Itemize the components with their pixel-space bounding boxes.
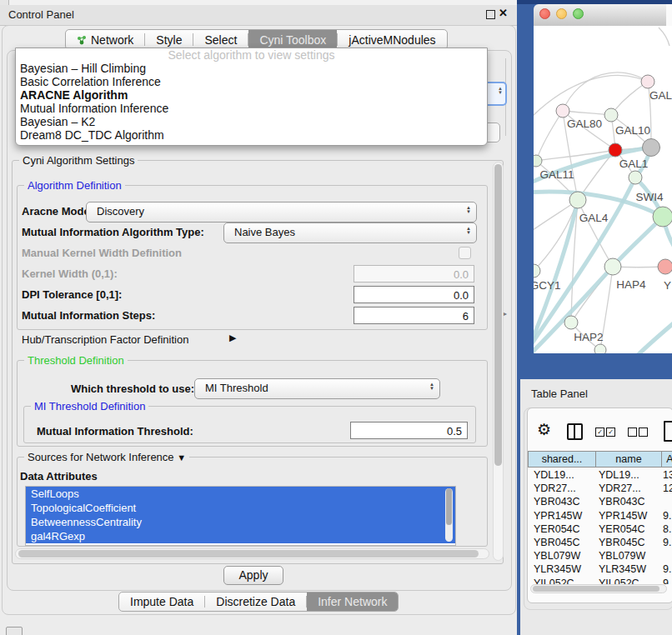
hidden-panel-button[interactable]	[6, 627, 23, 635]
tab-infer-network[interactable]: Infer Network	[307, 592, 398, 611]
minimize-traffic-light[interactable]	[556, 8, 567, 19]
settings-hscrollbar[interactable]	[15, 548, 489, 559]
table-cell: YBL079W	[534, 549, 580, 562]
table-tool-icon[interactable]	[664, 421, 672, 442]
network-node-gcy1[interactable]	[534, 264, 540, 278]
table-row[interactable]: YDR27...YDR27...12	[528, 482, 672, 495]
algorithm-option-bayesian-hill-climbing[interactable]: Bayesian – Hill Climbing	[16, 62, 487, 75]
attribute-item-topologicalcoefficient[interactable]: TopologicalCoefficient	[26, 501, 455, 515]
settings-scrollbar-thumb[interactable]	[494, 164, 502, 466]
network-window-titlebar[interactable]	[534, 4, 666, 27]
network-node-gal80[interactable]	[556, 104, 569, 118]
algorithm-option-bayesian-k2[interactable]: Bayesian – K2	[16, 115, 487, 128]
attribute-item-betweennesscentrality[interactable]: BetweennessCentrality	[26, 515, 455, 529]
unchecked-checkbox-icon[interactable]	[628, 428, 637, 437]
float-panel-icon[interactable]	[486, 10, 495, 19]
aracne-mode-combo[interactable]: Discovery ▲▼	[86, 202, 477, 222]
table-hscrollbar-thumb[interactable]	[533, 586, 659, 592]
tab-cyni-toolbox[interactable]: Cyni Toolbox	[248, 30, 337, 49]
network-node[interactable]	[653, 207, 672, 227]
table-cell: YPR145W	[534, 509, 582, 522]
node-label: GAL	[649, 89, 672, 102]
checked-checkbox-icon[interactable]: ✓	[595, 428, 604, 437]
network-node-swi4[interactable]	[629, 171, 642, 184]
close-traffic-light[interactable]	[539, 8, 550, 19]
network-edge	[536, 111, 563, 161]
checked-checkbox-icon[interactable]: ✓	[606, 428, 615, 437]
node-label: Y	[664, 279, 671, 292]
table-cell: 13	[663, 468, 672, 482]
mi-steps-field[interactable]: 6	[354, 307, 474, 324]
network-node-gal1[interactable]	[609, 143, 622, 157]
network-graph: GALGAL80GAL10GAL1GAL11SWI4GAL4GCY1HAP4YH…	[534, 26, 672, 353]
table-row[interactable]: YBR043CYBR043C	[528, 495, 672, 508]
table-row[interactable]: YIL052CYIL052C9	[528, 577, 672, 585]
table-row[interactable]: YPR145WYPR145W9.	[528, 509, 672, 522]
node-label: GAL11	[539, 168, 574, 181]
algorithm-option-mutual-information-inference[interactable]: Mutual Information Inference	[16, 102, 487, 115]
algorithm-option-dream8-dc-tdc-algorithm[interactable]: Dream8 DC_TDC Algorithm	[16, 128, 487, 142]
algorithm-option-basic-correlation-inference[interactable]: Basic Correlation Inference	[16, 75, 487, 88]
table-cell: 9.	[663, 536, 671, 549]
network-node-hap4[interactable]	[604, 258, 621, 275]
column-header-name[interactable]: name	[595, 451, 661, 468]
attributes-scrollbar-thumb[interactable]	[446, 488, 452, 525]
dpi-tolerance-field[interactable]: 0.0	[354, 286, 474, 303]
tab-style[interactable]: Style	[145, 30, 193, 49]
apply-button[interactable]: Apply	[223, 566, 283, 585]
data-attributes-list[interactable]: SelfLoopsTopologicalCoefficientBetweenne…	[25, 486, 456, 546]
splitter-collapse-icon[interactable]: ▸	[504, 310, 507, 318]
network-node-gal[interactable]	[641, 75, 654, 88]
tab-jactivemnodules[interactable]: jActiveMNodules	[338, 30, 446, 49]
network-node-gal11[interactable]	[534, 155, 542, 167]
manual-kernel-checkbox[interactable]	[459, 247, 471, 259]
attribute-item-gal4rgexp[interactable]: gal4RGexp	[26, 529, 455, 543]
table-row[interactable]: YER054CYER054C8.	[528, 522, 672, 536]
bottom-tab-strip: Impute DataDiscretize DataInfer Network	[118, 592, 399, 612]
settings-hscrollbar-thumb[interactable]	[18, 550, 479, 558]
hub-section-label[interactable]: Hub/Transcription Factor Definition	[22, 333, 188, 346]
zoom-traffic-light[interactable]	[573, 8, 584, 19]
settings-scrollbar[interactable]	[493, 162, 504, 561]
network-canvas[interactable]: GALGAL80GAL10GAL1GAL11SWI4GAL4GCY1HAP4YH…	[534, 26, 672, 353]
unchecked-checkbox-icon[interactable]	[639, 428, 648, 437]
manual-kernel-label: Manual Kernel Width Definition	[22, 247, 182, 259]
tab-network[interactable]: Network	[66, 30, 144, 49]
mi-type-combo[interactable]: Naive Bayes ▲▼	[223, 222, 477, 243]
network-node[interactable]	[643, 139, 660, 157]
network-edge	[534, 75, 648, 122]
tab-label: Select	[204, 33, 237, 47]
network-node[interactable]	[594, 344, 606, 353]
split-columns-icon[interactable]	[567, 423, 583, 440]
network-edge	[563, 72, 648, 111]
tab-impute-data[interactable]: Impute Data	[119, 592, 204, 611]
table-row[interactable]: YDL19...YDL19...13	[528, 468, 672, 482]
tab-select[interactable]: Select	[193, 30, 248, 49]
table-row[interactable]: YLR345WYLR345W9.	[528, 562, 672, 576]
table-hscrollbar[interactable]	[530, 584, 667, 593]
tab-discretize-data[interactable]: Discretize Data	[205, 592, 306, 611]
network-node-y[interactable]	[658, 259, 672, 274]
sources-title: Sources for Network Inference	[28, 451, 174, 463]
network-node-gal4[interactable]	[569, 192, 586, 208]
attribute-item-selfloops[interactable]: SelfLoops	[26, 487, 455, 501]
network-node-hap2[interactable]	[564, 316, 578, 329]
column-header-a[interactable]: A	[661, 451, 672, 468]
close-icon[interactable]: ✕	[499, 7, 508, 19]
mi-threshold-field[interactable]: 0.5	[350, 422, 468, 439]
kernel-width-field[interactable]: 0.0	[354, 265, 474, 282]
table-row[interactable]: YBL079WYBL079W	[528, 549, 672, 562]
table-cell: YDR27...	[534, 482, 576, 495]
algorithm-option-aracne-algorithm[interactable]: ARACNE Algorithm	[16, 88, 487, 102]
which-threshold-combo[interactable]: MI Threshold ▲▼	[194, 378, 440, 399]
column-header-shared[interactable]: shared...	[528, 451, 595, 468]
expand-right-icon[interactable]: ▶	[229, 332, 236, 343]
node-label: GAL80	[567, 118, 602, 130]
table-row[interactable]: YBR045CYBR045C9.	[528, 536, 672, 549]
attributes-scrollbar[interactable]	[445, 488, 453, 542]
gear-icon[interactable]: ⚙	[537, 420, 551, 439]
mi-threshold-legend: MI Threshold Definition	[31, 400, 148, 412]
network-node-gal10[interactable]	[604, 108, 618, 122]
aracne-mode-label: Aracne Mode:	[22, 205, 93, 218]
collapse-down-icon[interactable]: ▼	[177, 452, 186, 462]
